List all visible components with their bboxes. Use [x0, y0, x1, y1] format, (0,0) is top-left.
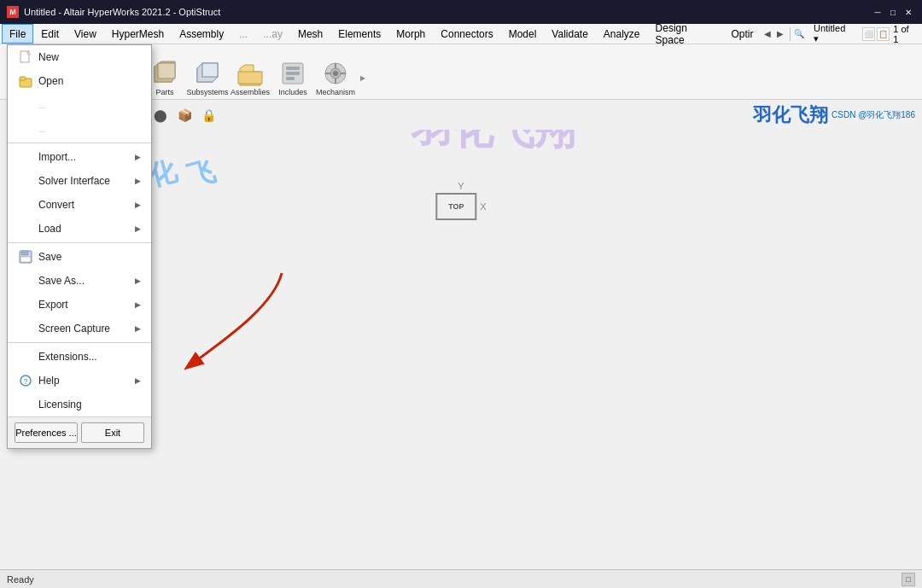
- gizmo-box: TOP: [435, 193, 476, 220]
- preferences-button[interactable]: Preferences ...: [15, 422, 78, 443]
- menu-item-help[interactable]: ? Help ▶: [8, 369, 151, 393]
- file-menu: New Open ...: [7, 44, 152, 449]
- menu-item-export[interactable]: Export ▶: [8, 293, 151, 317]
- screen-capture-icon: [18, 321, 33, 336]
- import-icon: [18, 149, 33, 165]
- mechanism-label: Mechanism: [316, 89, 355, 96]
- menu-edit[interactable]: Edit: [33, 24, 67, 44]
- status-icon-1[interactable]: □: [902, 573, 915, 586]
- includes-button[interactable]: Includes: [272, 58, 313, 99]
- screen-capture-label: Screen Capture: [38, 323, 110, 335]
- parts-label: Parts: [155, 89, 173, 96]
- menu-mesh[interactable]: Mesh: [290, 24, 330, 44]
- menu-item-screen-capture[interactable]: Screen Capture ▶: [8, 317, 151, 341]
- menu-extra1[interactable]: ...: [231, 24, 255, 44]
- load-label: Load: [38, 223, 61, 235]
- menu-item-hidden-1[interactable]: ...: [8, 93, 151, 117]
- page-icon-a[interactable]: ⬜: [862, 27, 875, 41]
- svg-rect-27: [20, 77, 26, 80]
- view-tool-9[interactable]: 🔒: [198, 105, 219, 125]
- includes-icon: [279, 60, 306, 87]
- menu-nav-right[interactable]: ▶: [774, 27, 787, 41]
- separator-2: [8, 242, 151, 243]
- page-icon-b[interactable]: 📋: [877, 27, 890, 41]
- svg-rect-16: [286, 77, 295, 80]
- saveas-arrow: ▶: [135, 277, 141, 285]
- search-icon[interactable]: 🔍: [793, 27, 806, 41]
- svg-rect-12: [238, 72, 262, 84]
- menu-hypermesh[interactable]: HyperMesh: [104, 24, 172, 44]
- minimize-button[interactable]: ─: [871, 5, 884, 19]
- save-label: Save: [38, 251, 61, 263]
- svg-rect-7: [158, 63, 175, 79]
- title-bar: M Untitled - Altair HyperWorks 2021.2 - …: [0, 0, 922, 24]
- viewport-gizmo: Y TOP X: [435, 181, 486, 220]
- import-arrow: ▶: [135, 153, 141, 161]
- convert-label: Convert: [38, 199, 74, 211]
- menu-item-hidden-2[interactable]: ...: [8, 117, 151, 141]
- menu-item-import[interactable]: Import... ▶: [8, 145, 151, 169]
- svg-rect-30: [20, 257, 31, 262]
- mechanism-button[interactable]: Mechanism: [315, 58, 356, 99]
- save-icon: [18, 249, 33, 265]
- menu-item-convert[interactable]: Convert ▶: [8, 193, 151, 217]
- menu-bar: File Edit View HyperMesh Assembly ... ..…: [0, 24, 922, 44]
- menu-optir[interactable]: Optir: [723, 24, 761, 44]
- menu-item-open[interactable]: Open: [8, 69, 151, 93]
- solver-label: Solver Interface: [38, 175, 110, 187]
- exit-button[interactable]: Exit: [81, 422, 144, 443]
- menu-design-space[interactable]: Design Space: [648, 24, 724, 44]
- page-controls: ⬜ 📋 1 of 1: [859, 24, 920, 44]
- menu-view[interactable]: View: [67, 24, 104, 44]
- menu-extra2[interactable]: ...ay: [255, 24, 290, 44]
- open-icon: [18, 73, 33, 89]
- menu-analyze[interactable]: Analyze: [596, 24, 648, 44]
- menu-file[interactable]: File: [2, 24, 33, 44]
- menu-nav-left[interactable]: ◀: [761, 27, 773, 41]
- subsystems-button[interactable]: Subsystems: [187, 58, 228, 99]
- axis-x-label: X: [480, 201, 486, 212]
- menu-item-new[interactable]: New: [8, 45, 151, 69]
- menu-item-solver[interactable]: Solver Interface ▶: [8, 169, 151, 193]
- menu-elements[interactable]: Elements: [330, 24, 388, 44]
- open-label: Open: [38, 75, 63, 87]
- help-arrow: ▶: [135, 376, 141, 385]
- close-button[interactable]: ✕: [902, 5, 915, 19]
- mechanism-icon: [322, 60, 349, 87]
- svg-point-19: [333, 71, 338, 76]
- watermark-bottom-right: 羽化飞翔: [753, 102, 828, 128]
- menu-model[interactable]: Model: [501, 24, 545, 44]
- hidden2-icon: [18, 121, 33, 137]
- axis-y-label: Y: [435, 181, 486, 191]
- menu-item-saveas[interactable]: Save As... ▶: [8, 269, 151, 293]
- status-right: □: [902, 573, 915, 586]
- menu-connectors[interactable]: Connectors: [433, 24, 500, 44]
- menu-item-licensing[interactable]: Licensing: [8, 393, 151, 416]
- assemblies-button[interactable]: Assemblies: [230, 58, 271, 99]
- view-tool-8[interactable]: 📦: [174, 105, 195, 125]
- saveas-icon: [18, 273, 33, 288]
- page-info: 1 of 1: [891, 24, 917, 44]
- separator-1: [8, 143, 151, 143]
- saveas-label: Save As...: [38, 275, 85, 287]
- view-tool-7[interactable]: ⬤: [150, 105, 171, 125]
- menu-separator: [790, 27, 791, 41]
- import-label: Import...: [38, 151, 76, 163]
- menu-item-save[interactable]: Save: [8, 245, 151, 269]
- menu-validate[interactable]: Validate: [544, 24, 595, 44]
- menu-assembly[interactable]: Assembly: [172, 24, 231, 44]
- assemblies-icon: [236, 60, 264, 87]
- svg-rect-14: [286, 67, 300, 70]
- load-arrow: ▶: [135, 224, 141, 233]
- new-icon: [18, 49, 33, 65]
- menu-morph[interactable]: Morph: [388, 24, 433, 44]
- export-label: Export: [38, 299, 68, 311]
- toolbar-expand-right[interactable]: ▶: [358, 53, 368, 104]
- convert-arrow: ▶: [135, 201, 141, 209]
- menu-item-extensions[interactable]: Extensions...: [8, 345, 151, 369]
- menu-item-load[interactable]: Load ▶: [8, 217, 151, 241]
- title-bar-left: M Untitled - Altair HyperWorks 2021.2 - …: [7, 6, 220, 18]
- screen-capture-arrow: ▶: [135, 324, 141, 333]
- profile-label[interactable]: Untitled ▾: [806, 24, 859, 44]
- maximize-button[interactable]: □: [886, 5, 900, 19]
